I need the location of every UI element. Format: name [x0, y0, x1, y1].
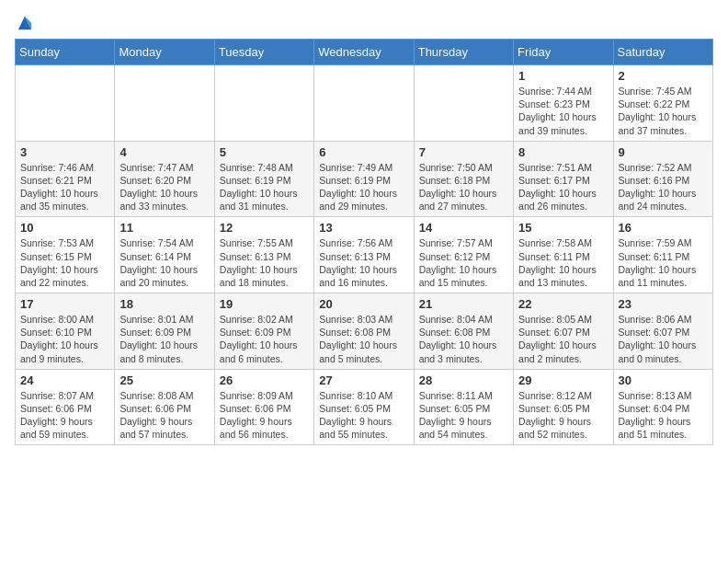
- day-number: 20: [319, 297, 408, 311]
- day-number: 19: [220, 297, 309, 311]
- day-number: 30: [619, 373, 708, 387]
- calendar-cell: 1Sunrise: 7:44 AM Sunset: 6:23 PM Daylig…: [514, 65, 613, 142]
- day-number: 10: [20, 221, 109, 235]
- weekday-header-friday: Friday: [514, 40, 613, 65]
- calendar-cell: 15Sunrise: 7:58 AM Sunset: 6:11 PM Dayli…: [514, 217, 613, 293]
- cell-content: Sunrise: 7:52 AM Sunset: 6:16 PM Dayligh…: [619, 161, 708, 213]
- day-number: 28: [419, 373, 508, 387]
- day-number: 27: [319, 373, 408, 387]
- logo: [15, 15, 33, 28]
- calendar-cell: 20Sunrise: 8:03 AM Sunset: 6:08 PM Dayli…: [314, 293, 414, 370]
- day-number: 18: [119, 297, 209, 311]
- cell-content: Sunrise: 7:51 AM Sunset: 6:17 PM Dayligh…: [518, 161, 608, 213]
- calendar-cell: 29Sunrise: 8:12 AM Sunset: 6:05 PM Dayli…: [514, 369, 613, 445]
- calendar-week-row: 17Sunrise: 8:00 AM Sunset: 6:10 PM Dayli…: [16, 293, 713, 370]
- cell-content: Sunrise: 7:46 AM Sunset: 6:21 PM Dayligh…: [20, 161, 109, 213]
- calendar-cell: 3Sunrise: 7:46 AM Sunset: 6:21 PM Daylig…: [16, 141, 115, 217]
- calendar-cell: 10Sunrise: 7:53 AM Sunset: 6:15 PM Dayli…: [16, 217, 115, 293]
- day-number: 9: [619, 145, 708, 159]
- day-number: 26: [220, 373, 309, 387]
- cell-content: Sunrise: 8:10 AM Sunset: 6:05 PM Dayligh…: [319, 389, 408, 442]
- day-number: 15: [518, 221, 608, 235]
- calendar-week-row: 1Sunrise: 7:44 AM Sunset: 6:23 PM Daylig…: [16, 65, 713, 142]
- calendar-week-row: 24Sunrise: 8:07 AM Sunset: 6:06 PM Dayli…: [16, 369, 713, 445]
- day-number: 4: [119, 145, 209, 159]
- cell-content: Sunrise: 7:50 AM Sunset: 6:18 PM Dayligh…: [419, 161, 508, 213]
- page-header: [15, 15, 713, 28]
- weekday-header-wednesday: Wednesday: [314, 40, 414, 65]
- day-number: 12: [220, 221, 309, 235]
- day-number: 24: [20, 373, 109, 387]
- calendar-cell: 21Sunrise: 8:04 AM Sunset: 6:08 PM Dayli…: [414, 293, 513, 370]
- calendar-cell: 30Sunrise: 8:13 AM Sunset: 6:04 PM Dayli…: [613, 369, 712, 445]
- weekday-header-sunday: Sunday: [16, 40, 115, 65]
- cell-content: Sunrise: 7:54 AM Sunset: 6:14 PM Dayligh…: [119, 236, 209, 289]
- calendar-cell: [214, 65, 313, 142]
- cell-content: Sunrise: 7:48 AM Sunset: 6:19 PM Dayligh…: [220, 161, 309, 213]
- cell-content: Sunrise: 7:58 AM Sunset: 6:11 PM Dayligh…: [518, 236, 608, 289]
- calendar-cell: [16, 65, 115, 142]
- calendar-cell: 13Sunrise: 7:56 AM Sunset: 6:13 PM Dayli…: [314, 217, 414, 293]
- cell-content: Sunrise: 8:01 AM Sunset: 6:09 PM Dayligh…: [119, 313, 209, 365]
- cell-content: Sunrise: 8:11 AM Sunset: 6:05 PM Dayligh…: [419, 389, 508, 442]
- calendar-cell: 14Sunrise: 7:57 AM Sunset: 6:12 PM Dayli…: [414, 217, 513, 293]
- day-number: 5: [220, 145, 309, 159]
- cell-content: Sunrise: 7:47 AM Sunset: 6:20 PM Dayligh…: [119, 161, 209, 213]
- day-number: 29: [518, 373, 608, 387]
- cell-content: Sunrise: 8:02 AM Sunset: 6:09 PM Dayligh…: [220, 313, 309, 365]
- day-number: 25: [119, 373, 209, 387]
- calendar-cell: 12Sunrise: 7:55 AM Sunset: 6:13 PM Dayli…: [214, 217, 313, 293]
- calendar-week-row: 3Sunrise: 7:46 AM Sunset: 6:21 PM Daylig…: [16, 141, 713, 217]
- cell-content: Sunrise: 7:45 AM Sunset: 6:22 PM Dayligh…: [619, 85, 708, 137]
- logo-icon: [17, 15, 33, 31]
- calendar-cell: 5Sunrise: 7:48 AM Sunset: 6:19 PM Daylig…: [214, 141, 313, 217]
- day-number: 2: [619, 69, 708, 83]
- cell-content: Sunrise: 8:05 AM Sunset: 6:07 PM Dayligh…: [518, 313, 608, 365]
- cell-content: Sunrise: 8:13 AM Sunset: 6:04 PM Dayligh…: [619, 389, 708, 442]
- calendar-cell: 23Sunrise: 8:06 AM Sunset: 6:07 PM Dayli…: [613, 293, 712, 370]
- day-number: 7: [419, 145, 508, 159]
- calendar-cell: 16Sunrise: 7:59 AM Sunset: 6:11 PM Dayli…: [613, 217, 712, 293]
- cell-content: Sunrise: 7:59 AM Sunset: 6:11 PM Dayligh…: [619, 236, 708, 289]
- day-number: 22: [518, 297, 608, 311]
- day-number: 8: [518, 145, 608, 159]
- day-number: 1: [518, 69, 608, 83]
- cell-content: Sunrise: 8:12 AM Sunset: 6:05 PM Dayligh…: [518, 389, 608, 442]
- cell-content: Sunrise: 8:09 AM Sunset: 6:06 PM Dayligh…: [220, 389, 309, 442]
- day-number: 6: [319, 145, 408, 159]
- calendar-cell: 17Sunrise: 8:00 AM Sunset: 6:10 PM Dayli…: [16, 293, 115, 370]
- cell-content: Sunrise: 8:00 AM Sunset: 6:10 PM Dayligh…: [20, 313, 109, 365]
- calendar-cell: 6Sunrise: 7:49 AM Sunset: 6:19 PM Daylig…: [314, 141, 414, 217]
- cell-content: Sunrise: 8:06 AM Sunset: 6:07 PM Dayligh…: [619, 313, 708, 365]
- calendar-cell: 7Sunrise: 7:50 AM Sunset: 6:18 PM Daylig…: [414, 141, 513, 217]
- day-number: 14: [419, 221, 508, 235]
- cell-content: Sunrise: 7:49 AM Sunset: 6:19 PM Dayligh…: [319, 161, 408, 213]
- calendar-cell: 26Sunrise: 8:09 AM Sunset: 6:06 PM Dayli…: [214, 369, 313, 445]
- calendar-cell: 22Sunrise: 8:05 AM Sunset: 6:07 PM Dayli…: [514, 293, 613, 370]
- calendar-header-row: SundayMondayTuesdayWednesdayThursdayFrid…: [16, 40, 713, 65]
- cell-content: Sunrise: 7:44 AM Sunset: 6:23 PM Dayligh…: [518, 85, 608, 137]
- cell-content: Sunrise: 7:57 AM Sunset: 6:12 PM Dayligh…: [419, 236, 508, 289]
- calendar-cell: 8Sunrise: 7:51 AM Sunset: 6:17 PM Daylig…: [514, 141, 613, 217]
- day-number: 16: [619, 221, 708, 235]
- calendar-cell: 18Sunrise: 8:01 AM Sunset: 6:09 PM Dayli…: [115, 293, 214, 370]
- calendar-cell: 11Sunrise: 7:54 AM Sunset: 6:14 PM Dayli…: [115, 217, 214, 293]
- weekday-header-thursday: Thursday: [414, 40, 513, 65]
- day-number: 13: [319, 221, 408, 235]
- calendar-cell: 19Sunrise: 8:02 AM Sunset: 6:09 PM Dayli…: [214, 293, 313, 370]
- cell-content: Sunrise: 8:03 AM Sunset: 6:08 PM Dayligh…: [319, 313, 408, 365]
- calendar-cell: 27Sunrise: 8:10 AM Sunset: 6:05 PM Dayli…: [314, 369, 414, 445]
- day-number: 17: [20, 297, 109, 311]
- weekday-header-saturday: Saturday: [613, 40, 712, 65]
- calendar-week-row: 10Sunrise: 7:53 AM Sunset: 6:15 PM Dayli…: [16, 217, 713, 293]
- calendar-cell: 9Sunrise: 7:52 AM Sunset: 6:16 PM Daylig…: [613, 141, 712, 217]
- day-number: 23: [619, 297, 708, 311]
- cell-content: Sunrise: 8:08 AM Sunset: 6:06 PM Dayligh…: [119, 389, 209, 442]
- day-number: 3: [20, 145, 109, 159]
- cell-content: Sunrise: 8:04 AM Sunset: 6:08 PM Dayligh…: [419, 313, 508, 365]
- calendar-cell: 24Sunrise: 8:07 AM Sunset: 6:06 PM Dayli…: [16, 369, 115, 445]
- weekday-header-monday: Monday: [115, 40, 214, 65]
- cell-content: Sunrise: 7:55 AM Sunset: 6:13 PM Dayligh…: [220, 236, 309, 289]
- calendar-cell: 25Sunrise: 8:08 AM Sunset: 6:06 PM Dayli…: [115, 369, 214, 445]
- calendar-cell: 4Sunrise: 7:47 AM Sunset: 6:20 PM Daylig…: [115, 141, 214, 217]
